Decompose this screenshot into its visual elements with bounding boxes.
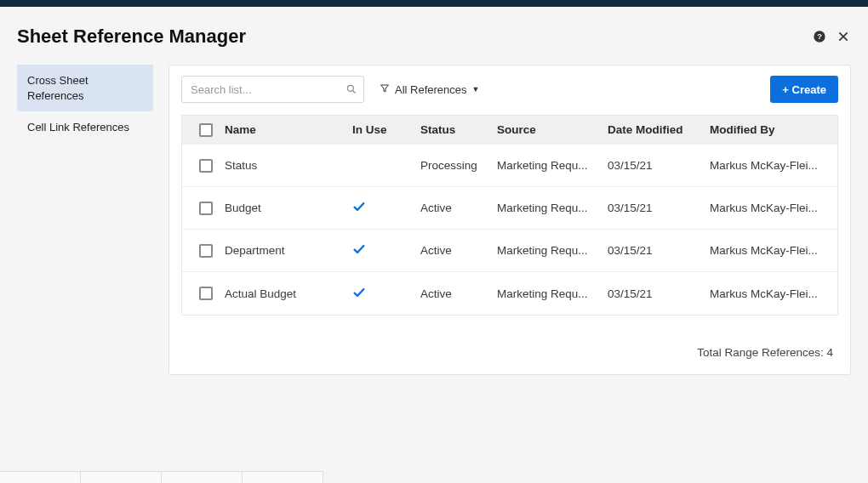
background-grid-peek [0,471,340,483]
cell-modified-by: Markus McKay-Flei... [705,202,834,214]
table-header-row: Name In Use Status Source Date Modified … [182,116,837,145]
total-count: 4 [826,346,833,359]
cell-date-modified: 03/15/21 [602,202,705,214]
sidebar-nav: Cross Sheet References Cell Link Referen… [17,65,153,375]
select-all-checkbox[interactable] [199,123,213,137]
cell-name: Department [220,244,347,257]
filter-label: All References [395,83,467,96]
table-footer: Total Range References: 4 [181,346,838,359]
filter-icon [380,83,390,96]
cell-in-use [347,200,415,216]
app-top-bar [0,0,868,7]
cell-source: Marketing Requ... [492,287,602,300]
table-row[interactable]: Actual BudgetActiveMarketing Requ...03/1… [182,272,837,315]
row-checkbox[interactable] [199,202,213,215]
table-row[interactable]: BudgetActiveMarketing Requ...03/15/21Mar… [182,187,837,230]
row-checkbox[interactable] [199,244,213,258]
cell-name: Actual Budget [220,287,347,300]
row-checkbox[interactable] [199,287,213,300]
svg-text:?: ? [817,32,822,41]
table-row[interactable]: DepartmentActiveMarketing Requ...03/15/2… [182,230,837,272]
col-status[interactable]: Status [415,123,492,136]
main-content: All References ▼ + Create Name In Use St… [168,65,851,375]
search-icon [345,83,357,95]
table-row[interactable]: StatusProcessingMarketing Requ...03/15/2… [182,145,837,187]
sidebar-item-cell-link[interactable]: Cell Link References [17,111,153,144]
svg-marker-6 [381,85,389,92]
cell-modified-by: Markus McKay-Flei... [705,287,834,300]
toolbar: All References ▼ + Create [181,76,838,103]
cell-source: Marketing Requ... [492,202,602,214]
sidebar-item-label: Cross Sheet References [27,74,89,102]
sheet-reference-manager-dialog: Sheet Reference Manager ? Cross Sheet Re… [0,7,868,483]
svg-line-5 [353,91,356,94]
references-table: Name In Use Status Source Date Modified … [181,115,838,315]
total-label: Total Range References: [697,346,824,359]
cell-status: Active [415,202,492,214]
search-input[interactable] [181,76,364,103]
filter-dropdown[interactable]: All References ▼ [376,76,483,103]
col-date-modified[interactable]: Date Modified [602,123,705,136]
close-icon[interactable] [836,29,851,44]
cell-modified-by: Markus McKay-Flei... [705,159,834,172]
col-name[interactable]: Name [220,123,347,136]
col-modified-by[interactable]: Modified By [705,123,834,136]
cell-date-modified: 03/15/21 [602,159,705,172]
cell-name: Status [220,159,347,172]
cell-date-modified: 03/15/21 [602,244,705,257]
chevron-down-icon: ▼ [472,85,480,94]
cell-in-use [347,286,415,302]
sidebar-item-label: Cell Link References [27,121,129,134]
sidebar-item-cross-sheet[interactable]: Cross Sheet References [17,65,153,111]
row-checkbox[interactable] [199,159,213,173]
svg-point-4 [347,85,353,91]
cell-source: Marketing Requ... [492,159,602,172]
create-button[interactable]: + Create [770,76,838,103]
cell-modified-by: Markus McKay-Flei... [705,244,834,257]
search-container [181,76,364,103]
cell-status: Processing [415,159,492,172]
cell-name: Budget [220,202,347,214]
dialog-title: Sheet Reference Manager [17,26,246,48]
cell-date-modified: 03/15/21 [602,287,705,300]
cell-status: Active [415,287,492,300]
col-in-use[interactable]: In Use [347,123,415,136]
cell-source: Marketing Requ... [492,244,602,257]
help-icon[interactable]: ? [812,29,827,44]
cell-in-use [347,242,415,259]
cell-status: Active [415,244,492,257]
col-source[interactable]: Source [492,123,602,136]
